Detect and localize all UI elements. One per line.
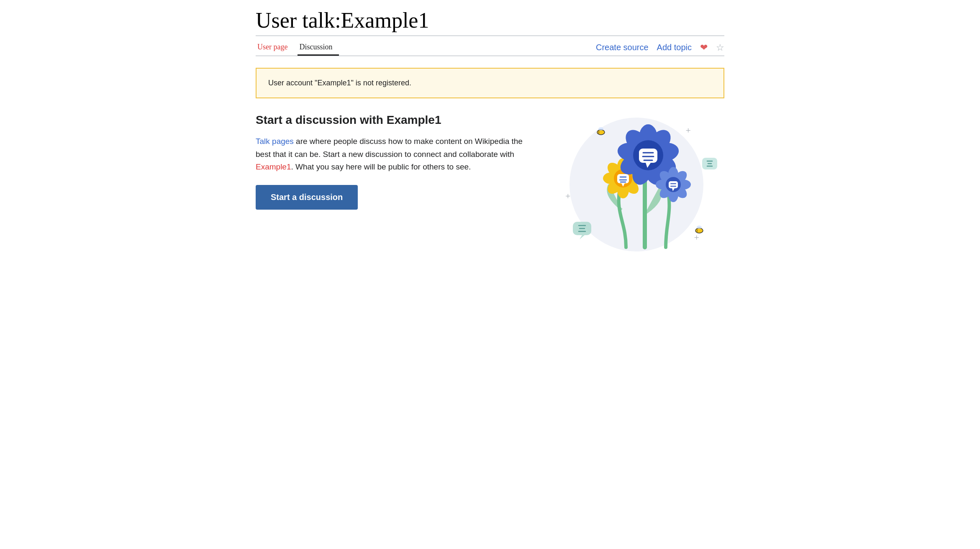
tabs-row: User page Discussion Create source Add t…: [256, 36, 724, 56]
create-source-link[interactable]: Create source: [596, 43, 649, 52]
heart-icon[interactable]: ❤: [700, 42, 708, 53]
star-icon[interactable]: ☆: [716, 42, 724, 53]
text-section: Start a discussion with Example1 Talk pa…: [256, 113, 532, 210]
page-title: User talk:Example1: [256, 8, 724, 32]
talk-pages-link[interactable]: Talk pages: [256, 137, 294, 146]
tabs-right: Create source Add topic ❤ ☆: [596, 42, 724, 53]
content-area: Start a discussion with Example1 Talk pa…: [256, 113, 724, 256]
tab-discussion[interactable]: Discussion: [298, 39, 339, 56]
warning-box: User account "Example1" is not registere…: [256, 68, 724, 98]
flowers-illustration: [561, 113, 720, 256]
svg-marker-16: [580, 235, 585, 239]
discussion-body: Talk pages are where people discuss how …: [256, 135, 532, 173]
tab-user-page[interactable]: User page: [256, 39, 294, 56]
illustration-area: + + +: [549, 113, 724, 256]
example1-link[interactable]: Example1: [256, 162, 291, 171]
discussion-heading: Start a discussion with Example1: [256, 113, 532, 127]
tabs-left: User page Discussion: [256, 39, 342, 56]
svg-point-3: [598, 127, 603, 131]
start-discussion-button[interactable]: Start a discussion: [256, 185, 358, 210]
svg-point-7: [697, 226, 702, 229]
svg-rect-55: [669, 181, 678, 188]
add-topic-link[interactable]: Add topic: [657, 43, 692, 52]
